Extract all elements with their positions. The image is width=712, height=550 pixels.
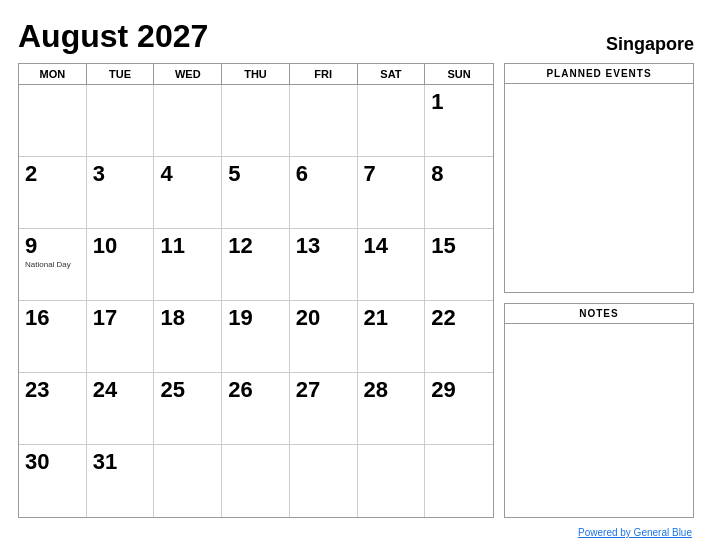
- date-number: 5: [228, 161, 283, 187]
- calendar-cell: 9National Day: [19, 229, 87, 301]
- date-number: 11: [160, 233, 215, 259]
- day-header: SUN: [425, 64, 493, 84]
- calendar-cell: 14: [358, 229, 426, 301]
- calendar-cell: 23: [19, 373, 87, 445]
- calendar-cell: 31: [87, 445, 155, 517]
- date-number: 22: [431, 305, 487, 331]
- date-number: 18: [160, 305, 215, 331]
- calendar-cell: [358, 445, 426, 517]
- notes-box: NOTES: [504, 303, 694, 518]
- calendar-cell: 21: [358, 301, 426, 373]
- calendar-header: August 2027 Singapore: [18, 18, 694, 55]
- calendar-cell: [222, 85, 290, 157]
- general-blue-link[interactable]: Powered by General Blue: [578, 527, 692, 538]
- date-number: 20: [296, 305, 351, 331]
- calendar-cell: [425, 445, 493, 517]
- calendar-cell: [358, 85, 426, 157]
- calendar-cell: 25: [154, 373, 222, 445]
- date-number: 12: [228, 233, 283, 259]
- sidebar: PLANNED EVENTS NOTES: [504, 63, 694, 518]
- date-number: 19: [228, 305, 283, 331]
- calendar-cell: [154, 445, 222, 517]
- calendar-cell: 10: [87, 229, 155, 301]
- day-header: TUE: [87, 64, 155, 84]
- holiday-label: National Day: [25, 260, 80, 269]
- calendar-cell: 29: [425, 373, 493, 445]
- calendar-cell: 1: [425, 85, 493, 157]
- calendar-cell: 15: [425, 229, 493, 301]
- day-header: THU: [222, 64, 290, 84]
- calendar-cell: 28: [358, 373, 426, 445]
- date-number: 9: [25, 233, 80, 259]
- calendar-cell: [87, 85, 155, 157]
- calendar-cell: [19, 85, 87, 157]
- date-number: 29: [431, 377, 487, 403]
- calendar-cell: 24: [87, 373, 155, 445]
- calendar-cell: 17: [87, 301, 155, 373]
- calendar-cell: 27: [290, 373, 358, 445]
- calendar-cell: 20: [290, 301, 358, 373]
- date-number: 13: [296, 233, 351, 259]
- country-title: Singapore: [606, 34, 694, 55]
- planned-events-header: PLANNED EVENTS: [505, 64, 693, 84]
- date-number: 2: [25, 161, 80, 187]
- notes-header: NOTES: [505, 304, 693, 324]
- calendar-cell: [290, 445, 358, 517]
- date-number: 31: [93, 449, 148, 475]
- calendar-cell: 7: [358, 157, 426, 229]
- calendar-cell: 11: [154, 229, 222, 301]
- date-number: 23: [25, 377, 80, 403]
- calendar-cell: [222, 445, 290, 517]
- date-number: 14: [364, 233, 419, 259]
- day-headers-row: MONTUEWEDTHUFRISATSUN: [19, 64, 493, 85]
- day-header: MON: [19, 64, 87, 84]
- date-number: 30: [25, 449, 80, 475]
- calendar-page: August 2027 Singapore MONTUEWEDTHUFRISAT…: [0, 0, 712, 550]
- day-header: WED: [154, 64, 222, 84]
- calendar-cell: [290, 85, 358, 157]
- calendar-section: MONTUEWEDTHUFRISATSUN 123456789National …: [18, 63, 494, 518]
- date-number: 10: [93, 233, 148, 259]
- calendar-cell: 18: [154, 301, 222, 373]
- calendar-cell: 6: [290, 157, 358, 229]
- footer: Powered by General Blue: [18, 522, 694, 540]
- day-header: SAT: [358, 64, 426, 84]
- calendar-cell: 3: [87, 157, 155, 229]
- date-number: 27: [296, 377, 351, 403]
- calendar-cell: 2: [19, 157, 87, 229]
- main-content: MONTUEWEDTHUFRISATSUN 123456789National …: [18, 63, 694, 518]
- date-number: 17: [93, 305, 148, 331]
- calendar-cell: 8: [425, 157, 493, 229]
- calendar-cell: 26: [222, 373, 290, 445]
- calendar-grid: 123456789National Day1011121314151617181…: [19, 85, 493, 517]
- date-number: 25: [160, 377, 215, 403]
- date-number: 8: [431, 161, 487, 187]
- planned-events-content: [505, 84, 693, 292]
- date-number: 28: [364, 377, 419, 403]
- calendar-cell: 16: [19, 301, 87, 373]
- calendar-cell: [154, 85, 222, 157]
- date-number: 21: [364, 305, 419, 331]
- date-number: 4: [160, 161, 215, 187]
- date-number: 6: [296, 161, 351, 187]
- notes-content: [505, 324, 693, 517]
- calendar-cell: 5: [222, 157, 290, 229]
- calendar-cell: 30: [19, 445, 87, 517]
- planned-events-box: PLANNED EVENTS: [504, 63, 694, 293]
- date-number: 15: [431, 233, 487, 259]
- calendar-cell: 4: [154, 157, 222, 229]
- date-number: 16: [25, 305, 80, 331]
- date-number: 3: [93, 161, 148, 187]
- calendar-cell: 19: [222, 301, 290, 373]
- date-number: 7: [364, 161, 419, 187]
- date-number: 26: [228, 377, 283, 403]
- month-year-title: August 2027: [18, 18, 208, 55]
- date-number: 24: [93, 377, 148, 403]
- calendar-cell: 12: [222, 229, 290, 301]
- day-header: FRI: [290, 64, 358, 84]
- date-number: 1: [431, 89, 487, 115]
- calendar-cell: 22: [425, 301, 493, 373]
- calendar-cell: 13: [290, 229, 358, 301]
